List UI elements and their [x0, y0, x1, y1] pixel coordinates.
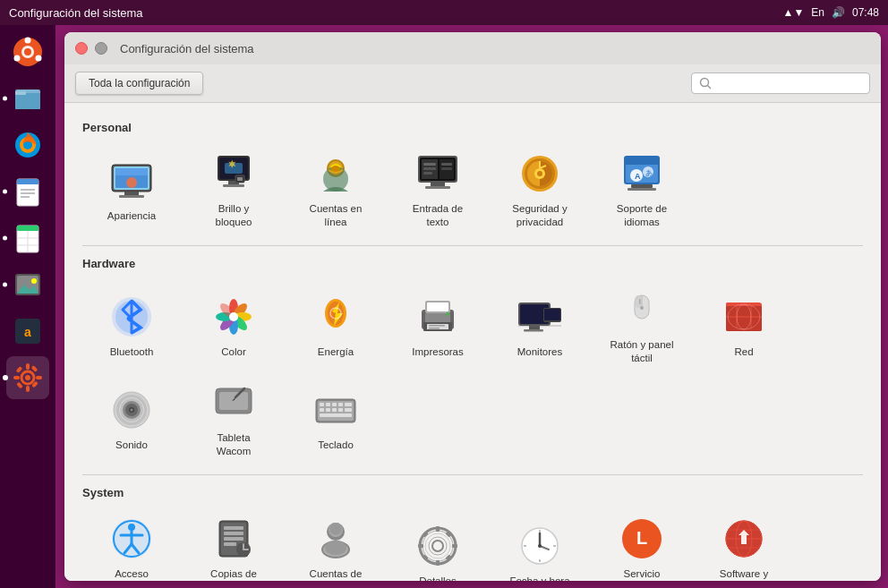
svg-rect-8 [15, 91, 26, 95]
taskbar-right: ▲▼ En 🔊 07:48 [783, 6, 879, 19]
lang-indicator: En [811, 6, 824, 19]
svg-point-95 [229, 312, 238, 321]
svg-rect-37 [31, 365, 38, 372]
search-input[interactable] [717, 77, 862, 89]
item-label-seguridad: Seguridad yprivacidad [512, 202, 567, 229]
item-label-bluetooth: Bluetooth [110, 345, 154, 359]
item-brillo[interactable]: Brillo ybloqueo [184, 145, 283, 234]
item-seguridad[interactable]: Seguridad yprivacidad [491, 145, 589, 234]
hardware-grid: Bluetooth [82, 281, 863, 464]
svg-rect-34 [16, 366, 23, 373]
window-titlebar: Configuración del sistema [64, 32, 881, 64]
svg-rect-151 [332, 408, 337, 412]
svg-rect-119 [635, 295, 642, 308]
svg-point-136 [131, 408, 133, 411]
item-label-impresoras: Impresoras [412, 345, 464, 359]
svg-point-29 [25, 375, 30, 380]
svg-rect-61 [425, 186, 450, 189]
svg-point-3 [25, 38, 31, 44]
svg-rect-33 [36, 376, 42, 379]
item-detalles[interactable]: Detalles [388, 510, 487, 581]
taskbar-title: Configuración del sistema [9, 6, 143, 20]
item-cuentas[interactable]: Cuentas enlínea [286, 145, 385, 234]
svg-rect-167 [224, 542, 236, 546]
svg-point-192 [538, 544, 542, 548]
close-button[interactable] [75, 42, 88, 55]
sidebar-item-firefox[interactable] [6, 124, 49, 166]
item-tableta[interactable]: TabletaWacom [184, 374, 283, 464]
svg-rect-154 [320, 413, 352, 417]
network-icon: ▲▼ [783, 6, 805, 19]
item-label-energia: Energía [318, 345, 354, 359]
item-label-raton: Ratón y paneltáctil [610, 338, 674, 365]
svg-rect-43 [119, 195, 144, 198]
svg-rect-115 [544, 309, 560, 320]
item-acceso[interactable]: Accesouniversal [82, 510, 181, 581]
svg-rect-139 [219, 392, 248, 410]
all-settings-button[interactable]: Toda la configuración [75, 72, 203, 95]
personal-grid: Apariencia Brillo ybloqueo [82, 145, 863, 234]
item-teclado[interactable]: Teclado [286, 374, 385, 464]
svg-point-173 [329, 523, 342, 535]
section-hardware-title: Hardware [82, 257, 863, 270]
svg-point-2 [24, 48, 31, 55]
main-window: Configuración del sistema Toda la config… [64, 32, 881, 581]
item-copias[interactable]: Copias deseguridad [184, 510, 283, 581]
svg-rect-42 [124, 192, 139, 195]
item-monitores[interactable]: Monitores [491, 281, 589, 371]
item-impresoras[interactable]: Impresoras [388, 281, 487, 371]
svg-rect-148 [345, 403, 352, 406]
svg-rect-146 [332, 403, 337, 406]
search-box[interactable] [691, 72, 870, 94]
svg-rect-66 [423, 172, 432, 175]
item-raton[interactable]: Ratón y paneltáctil [593, 281, 691, 371]
svg-rect-103 [427, 303, 448, 311]
item-label-copias: Copias deseguridad [210, 567, 257, 581]
svg-rect-182 [418, 544, 423, 548]
svg-line-39 [708, 86, 712, 89]
svg-text:a: a [24, 325, 31, 339]
sidebar-item-amazon[interactable]: a [6, 310, 49, 353]
item-red[interactable]: Red [695, 281, 793, 371]
sidebar-item-imageviewer[interactable] [6, 263, 49, 306]
window-toolbar: Toda la configuración [64, 64, 881, 103]
svg-point-108 [446, 312, 449, 316]
svg-rect-149 [320, 408, 324, 412]
svg-rect-50 [223, 184, 244, 187]
item-landscape[interactable]: L ServicioLandscape [593, 510, 691, 581]
item-cuentasusr[interactable]: Cuentas deusuario [286, 510, 385, 581]
svg-rect-112 [529, 326, 540, 329]
item-label-teclado: Teclado [318, 439, 354, 452]
sidebar-item-calc[interactable] [6, 217, 49, 260]
item-label-software: Software yactualizaciones [709, 567, 780, 581]
minimize-button[interactable] [95, 42, 107, 55]
item-color[interactable]: Color [184, 281, 283, 371]
taskbar-top: Configuración del sistema ▲▼ En 🔊 07:48 [0, 0, 888, 25]
svg-point-120 [640, 306, 644, 310]
svg-rect-67 [441, 163, 452, 166]
svg-rect-181 [436, 560, 440, 566]
item-sonido[interactable]: Sonido [82, 374, 181, 464]
svg-rect-107 [429, 328, 440, 329]
svg-rect-45 [115, 168, 148, 175]
system-divider [82, 474, 863, 475]
svg-rect-121 [639, 299, 641, 304]
sidebar-item-settings[interactable] [6, 356, 49, 399]
sidebar-item-ubuntu[interactable] [6, 30, 49, 73]
svg-text:A: A [635, 172, 641, 181]
item-label-brillo: Brillo ybloqueo [216, 202, 252, 229]
item-apariencia[interactable]: Apariencia [82, 145, 181, 234]
item-energia[interactable]: Energía [286, 281, 385, 371]
item-soporte[interactable]: A あ Soporte deidiomas [593, 145, 691, 234]
sidebar: a [0, 25, 56, 588]
sidebar-item-files[interactable] [6, 77, 49, 120]
svg-rect-60 [431, 183, 445, 186]
svg-rect-82 [628, 188, 656, 191]
item-bluetooth[interactable]: Bluetooth [82, 281, 181, 371]
sidebar-item-writer[interactable] [6, 170, 49, 213]
item-label-color: Color [221, 345, 245, 359]
item-entrada[interactable]: Entrada detexto [388, 145, 487, 234]
item-software[interactable]: Software yactualizaciones [695, 510, 793, 581]
svg-point-174 [325, 541, 346, 555]
item-fecha[interactable]: Fecha y hora [491, 510, 589, 581]
